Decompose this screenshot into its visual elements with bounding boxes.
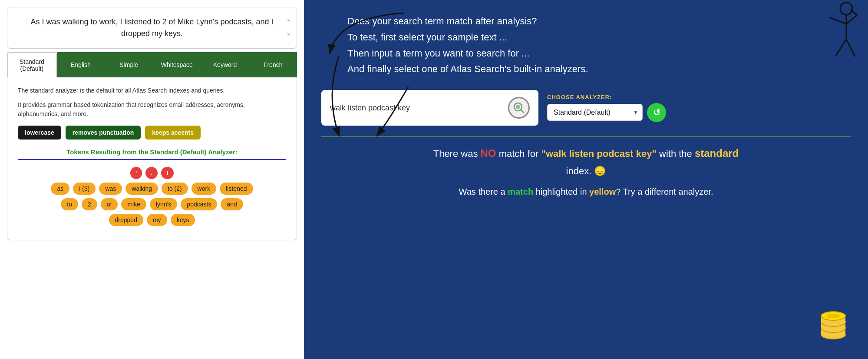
svg-point-9	[516, 105, 520, 109]
sample-text: As I was walking to work, I listened to …	[30, 17, 273, 38]
refresh-button[interactable]: ↺	[647, 103, 666, 122]
red-token-apostrophe: '	[130, 167, 142, 179]
token-as: as	[51, 183, 69, 195]
analyzer-dropdown[interactable]: Standard (Default) English Simple Whites…	[547, 104, 643, 121]
svg-line-5	[835, 39, 846, 57]
red-token-exclamation: !	[161, 167, 174, 179]
svg-line-6	[846, 39, 855, 57]
tab-english[interactable]: English	[57, 52, 105, 77]
match-word: match	[508, 187, 533, 196]
choose-analyzer-label: CHOOSE ANALYZER:	[547, 94, 666, 100]
token-listened: listened	[220, 183, 253, 195]
analyzer-name-result: standard	[695, 147, 739, 159]
analyzer-select-group: CHOOSE ANALYZER: Standard (Default) Engl…	[547, 94, 666, 122]
stickman-decoration	[816, 0, 859, 78]
sample-text-box[interactable]: As I was walking to work, I listened to …	[7, 7, 297, 49]
instruction3: Then input a term you want to search for…	[347, 47, 851, 60]
token-i3: i (3)	[73, 183, 96, 195]
badges: lowercase removes punctuation keeps acce…	[18, 126, 286, 140]
analyzer-dropdown-wrap: Standard (Default) English Simple Whites…	[547, 103, 666, 122]
token-dropped: dropped	[109, 214, 143, 226]
orange-tokens-row2: to 2 of mike lynn's podcasts and	[18, 198, 286, 210]
search-term-display: walk listen podcast key	[330, 103, 410, 113]
svg-line-8	[521, 110, 524, 113]
search-box: walk listen podcast key	[321, 90, 538, 126]
description-panel: The standard analyzer is the default for…	[7, 77, 297, 240]
red-token-period: .	[145, 167, 158, 179]
right-panel: Does your search term match after analys…	[304, 0, 868, 359]
description-line1: The standard analyzer is the default for…	[18, 86, 286, 95]
token-keys: keys	[171, 214, 195, 226]
hint-text: Was there a match highlighted in yellow?…	[321, 185, 851, 198]
tokens-heading: Tokens Resulting from the Standard (Defa…	[18, 148, 286, 156]
svg-line-2	[829, 17, 846, 24]
tab-simple[interactable]: Simple	[105, 52, 153, 77]
no-match-line: There was NO match for "walk listen podc…	[321, 146, 851, 161]
instruction2: To test, first select your sample text .…	[347, 31, 851, 44]
token-podcasts: podcasts	[181, 198, 217, 210]
token-my: my	[147, 214, 167, 226]
instructions: Does your search term match after analys…	[347, 15, 851, 76]
hint-section: Was there a match highlighted in yellow?…	[321, 185, 851, 198]
token-work: work	[191, 183, 217, 195]
instruction4: And finally select one of Atlas Search's…	[347, 63, 851, 76]
badge-keeps-accents: keeps accents	[145, 126, 201, 140]
tokens-divider	[18, 159, 286, 160]
token-mike: mike	[121, 198, 146, 210]
token-to2: to (2)	[162, 183, 188, 195]
token-was: was	[99, 183, 122, 195]
token-walking: walking	[125, 183, 158, 195]
token-lynns: lynn's	[150, 198, 177, 210]
token-of: of	[101, 198, 118, 210]
badge-lowercase: lowercase	[18, 126, 61, 140]
tab-whitespace[interactable]: Whitespace	[153, 52, 201, 77]
chevron-icon: ⌃⌄	[286, 17, 291, 38]
no-text: NO	[481, 147, 496, 159]
token-2: 2	[82, 198, 97, 210]
token-to: to	[61, 198, 78, 210]
search-term-result: "walk listen podcast key"	[541, 148, 656, 159]
search-section: walk listen podcast key CHOOSE ANALYZER:…	[321, 90, 851, 126]
tab-french[interactable]: French	[249, 52, 297, 77]
svg-point-17	[826, 314, 840, 318]
search-icon	[508, 97, 530, 119]
tab-standard[interactable]: Standard(Default)	[7, 52, 57, 77]
svg-line-3	[846, 15, 857, 24]
index-line: index. 😞	[321, 164, 851, 178]
orange-tokens-row1: as i (3) was walking to (2) work listene…	[18, 183, 286, 195]
badge-removes-punctuation: removes punctuation	[66, 126, 141, 140]
description-line2: It provides grammar-based tokenization t…	[18, 100, 286, 119]
instruction1: Does your search term match after analys…	[347, 15, 851, 28]
tab-keyword[interactable]: Keyword	[201, 52, 249, 77]
svg-point-0	[840, 3, 852, 15]
orange-tokens-row3: dropped my keys	[18, 214, 286, 226]
result-section: There was NO match for "walk listen podc…	[321, 136, 851, 198]
coins-decoration	[816, 306, 851, 346]
yellow-word: yellow	[589, 187, 616, 196]
red-tokens-row: ' . !	[18, 167, 286, 179]
dropdown-wrapper: Standard (Default) English Simple Whites…	[547, 104, 643, 121]
analyzer-tabs: Standard(Default) English Simple Whitesp…	[7, 52, 297, 77]
token-and: and	[221, 198, 243, 210]
left-panel: As I was walking to work, I listened to …	[0, 0, 304, 359]
